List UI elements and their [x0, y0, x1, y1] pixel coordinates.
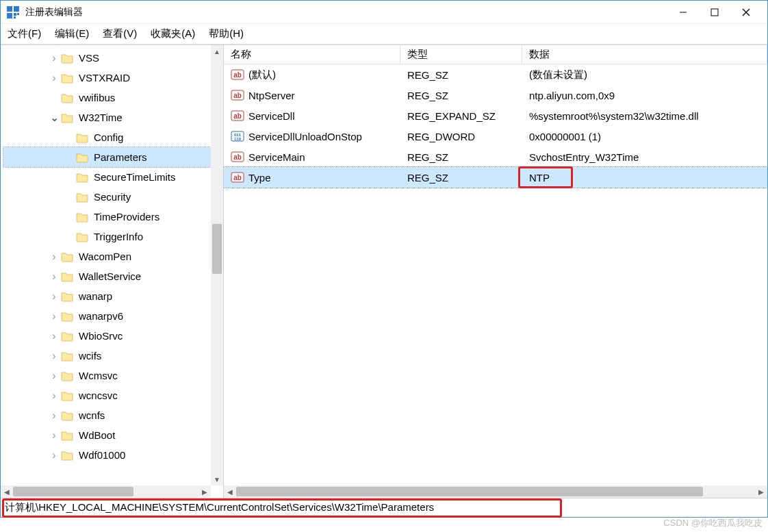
- tree-item[interactable]: ›WdBoot: [3, 425, 211, 445]
- scroll-right-arrow[interactable]: ▶: [755, 485, 767, 498]
- minimize-button[interactable]: [667, 2, 699, 23]
- tree-item[interactable]: SecureTimeLimits: [3, 167, 211, 187]
- registry-tree[interactable]: ›VSS›VSTXRAIDvwifibus⌄W32TimeConfigParam…: [1, 45, 211, 468]
- tree-item[interactable]: ›Wdf01000: [3, 445, 211, 465]
- tree-horizontal-scrollbar[interactable]: ◀ ▶: [1, 485, 211, 498]
- tree-item[interactable]: ›wcncsvc: [3, 385, 211, 405]
- values-hscroll-thumb[interactable]: [236, 487, 703, 496]
- value-data: NTP: [522, 172, 767, 183]
- column-header-data[interactable]: 数据: [522, 45, 767, 64]
- tree-item[interactable]: ⌄W32Time: [3, 107, 211, 127]
- tree-item-label: vwifibus: [77, 92, 116, 103]
- folder-icon: [61, 92, 73, 103]
- chevron-right-icon[interactable]: ›: [49, 251, 60, 263]
- chevron-right-icon[interactable]: ›: [49, 429, 60, 442]
- chevron-right-icon[interactable]: ›: [49, 449, 60, 461]
- menu-view[interactable]: 查看(V): [103, 27, 137, 40]
- tree-scroll-thumb[interactable]: [212, 224, 222, 274]
- titlebar: 注册表编辑器: [1, 1, 767, 24]
- maximize-button[interactable]: [699, 2, 730, 23]
- tree-item-label: SecureTimeLimits: [92, 171, 177, 183]
- tree-item[interactable]: ›wanarpv6: [3, 306, 211, 326]
- tree-item[interactable]: Parameters: [3, 147, 211, 167]
- folder-icon: [76, 212, 88, 223]
- folder-icon: [61, 112, 73, 123]
- tree-item[interactable]: ›wcifs: [3, 346, 211, 366]
- value-row[interactable]: abServiceDllREG_EXPAND_SZ%systemroot%\sy…: [224, 105, 767, 126]
- tree-item[interactable]: ›wanarp: [3, 286, 211, 306]
- tree-item-label: TimeProviders: [92, 211, 161, 223]
- svg-rect-1: [14, 6, 19, 12]
- tree-item[interactable]: TriggerInfo: [3, 227, 211, 246]
- menu-edit[interactable]: 编辑(E): [55, 27, 89, 40]
- value-row[interactable]: 011110ServiceDllUnloadOnStopREG_DWORD0x0…: [224, 126, 767, 147]
- tree-vertical-scrollbar[interactable]: ▲ ▼: [211, 45, 223, 485]
- tree-item-label: TriggerInfo: [92, 231, 144, 242]
- value-name: NtpServer: [248, 90, 295, 101]
- svg-text:ab: ab: [233, 112, 242, 120]
- tree-item[interactable]: ›VSS: [3, 48, 211, 68]
- watermark: CSDN @你吃西瓜我吃皮: [663, 517, 763, 529]
- chevron-right-icon[interactable]: ›: [49, 409, 60, 422]
- menu-file[interactable]: 文件(F): [8, 27, 41, 40]
- value-row[interactable]: ab(默认)REG_SZ(数值未设置): [224, 64, 767, 85]
- chevron-right-icon[interactable]: ›: [49, 370, 60, 382]
- chevron-right-icon[interactable]: ›: [49, 72, 60, 84]
- chevron-right-icon[interactable]: ›: [49, 350, 60, 362]
- scroll-up-arrow[interactable]: ▲: [211, 45, 223, 58]
- tree-item[interactable]: ›WbioSrvc: [3, 326, 211, 346]
- svg-rect-4: [17, 13, 19, 15]
- menubar: 文件(F) 编辑(E) 查看(V) 收藏夹(A) 帮助(H): [1, 24, 767, 45]
- chevron-right-icon[interactable]: ›: [49, 390, 60, 402]
- close-button[interactable]: [730, 2, 762, 23]
- scroll-left-arrow[interactable]: ◀: [1, 485, 13, 498]
- tree-item-label: VSTXRAID: [77, 72, 131, 84]
- chevron-right-icon[interactable]: ›: [49, 290, 60, 303]
- value-row[interactable]: abNtpServerREG_SZntp.aliyun.com,0x9: [224, 85, 767, 105]
- tree-item[interactable]: ›wcnfs: [3, 405, 211, 425]
- value-data: ntp.aliyun.com,0x9: [522, 90, 767, 101]
- values-list[interactable]: ab(默认)REG_SZ(数值未设置)abNtpServerREG_SZntp.…: [224, 64, 767, 485]
- value-row[interactable]: abTypeREG_SZNTP: [224, 167, 767, 188]
- folder-icon: [61, 390, 73, 401]
- tree-pane: ›VSS›VSTXRAIDvwifibus⌄W32TimeConfigParam…: [1, 45, 224, 498]
- column-header-type[interactable]: 类型: [400, 45, 522, 64]
- content-area: ›VSS›VSTXRAIDvwifibus⌄W32TimeConfigParam…: [1, 45, 767, 498]
- window-title: 注册表编辑器: [25, 6, 667, 18]
- tree-item-label: wanarpv6: [77, 310, 125, 322]
- value-row[interactable]: abServiceMainREG_SZSvchostEntry_W32Time: [224, 147, 767, 167]
- tree-item[interactable]: ›VSTXRAID: [3, 68, 211, 88]
- svg-text:ab: ab: [233, 153, 242, 161]
- chevron-right-icon[interactable]: ›: [49, 270, 60, 283]
- svg-text:110: 110: [234, 137, 242, 141]
- chevron-right-icon[interactable]: ›: [49, 310, 60, 322]
- tree-item[interactable]: ›WalletService: [3, 266, 211, 286]
- chevron-right-icon[interactable]: ›: [49, 330, 60, 342]
- registry-path[interactable]: 计算机\HKEY_LOCAL_MACHINE\SYSTEM\CurrentCon…: [5, 501, 434, 514]
- column-header-name[interactable]: 名称: [224, 45, 400, 64]
- value-name: ServiceMain: [248, 151, 305, 163]
- chevron-right-icon[interactable]: ›: [49, 52, 60, 64]
- values-horizontal-scrollbar[interactable]: ◀ ▶: [224, 485, 767, 498]
- tree-item[interactable]: Config: [3, 127, 211, 147]
- tree-item[interactable]: TimeProviders: [3, 207, 211, 227]
- scroll-down-arrow[interactable]: ▼: [211, 473, 223, 485]
- tree-item-label: WbioSrvc: [77, 330, 124, 342]
- scroll-right-arrow[interactable]: ▶: [199, 485, 211, 498]
- value-name: (默认): [248, 68, 276, 81]
- menu-favorites[interactable]: 收藏夹(A): [151, 27, 195, 40]
- value-type: REG_SZ: [400, 69, 522, 81]
- folder-icon: [76, 192, 88, 203]
- svg-rect-3: [14, 13, 16, 16]
- tree-item[interactable]: Security: [3, 187, 211, 207]
- tree-item[interactable]: vwifibus: [3, 88, 211, 107]
- svg-rect-2: [7, 13, 12, 18]
- tree-item-label: wcifs: [77, 350, 103, 362]
- tree-item[interactable]: ›WacomPen: [3, 246, 211, 266]
- scroll-left-arrow[interactable]: ◀: [224, 485, 236, 498]
- tree-item[interactable]: ›Wcmsvc: [3, 366, 211, 385]
- menu-help[interactable]: 帮助(H): [209, 27, 244, 40]
- chevron-down-icon[interactable]: ⌄: [49, 111, 60, 124]
- tree-hscroll-thumb[interactable]: [13, 487, 133, 496]
- tree-item-label: wcncsvc: [77, 390, 119, 401]
